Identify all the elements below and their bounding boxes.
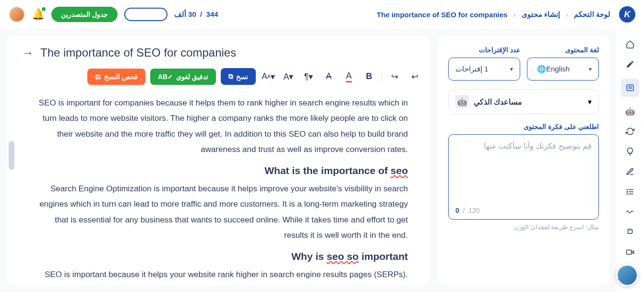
bell-icon[interactable]: 🔔 bbox=[32, 8, 45, 21]
usage-used: 344 bbox=[206, 10, 218, 18]
suggestions-select[interactable]: ▾ 1 إقتراحات bbox=[448, 58, 520, 81]
chevron-left-icon: ‹ bbox=[513, 11, 516, 19]
idea-textarea[interactable] bbox=[455, 141, 592, 199]
clear-format-icon[interactable]: A bbox=[321, 69, 336, 84]
font-family-icon[interactable]: A▾ bbox=[281, 69, 296, 84]
brand-logo[interactable]: K bbox=[619, 6, 635, 23]
newspaper-icon[interactable] bbox=[621, 79, 639, 97]
wave-icon[interactable] bbox=[624, 206, 636, 218]
crumb-dashboard[interactable]: لوحة التحكم bbox=[574, 10, 610, 19]
usage-sep: / bbox=[200, 10, 202, 18]
support-avatar[interactable] bbox=[616, 264, 638, 286]
editor-toolbar: ⚖فحص النسخ AB✓تدقيق لغوي ⧉نسخ AA▾ A▾ ¶▾ … bbox=[22, 68, 422, 85]
copy-button[interactable]: ⧉نسخ bbox=[221, 68, 256, 85]
avatar[interactable] bbox=[9, 6, 25, 23]
check-ab-icon: AB✓ bbox=[158, 73, 173, 81]
language-label: لغة المحتوى bbox=[527, 46, 599, 54]
document-title: The importance of SEO for companies bbox=[40, 46, 236, 59]
idea-label: اطلعني على فكرة المحتوى bbox=[448, 123, 599, 130]
chevron-left-icon: ‹ bbox=[566, 11, 568, 19]
gavel-icon: ⚖ bbox=[95, 73, 101, 81]
settings-panel: لغة المحتوى ▾ English🌐 عدد الإقتراحات ▾ … bbox=[438, 35, 609, 285]
globe-icon: 🌐 bbox=[537, 65, 546, 73]
video-icon[interactable] bbox=[624, 246, 636, 258]
list-icon[interactable] bbox=[624, 186, 636, 198]
svg-rect-9 bbox=[627, 250, 632, 255]
chevron-down-icon: ▾ bbox=[588, 97, 592, 106]
heading: Why is seo so important bbox=[32, 251, 408, 262]
language-value: English bbox=[546, 65, 570, 73]
assistant-select[interactable]: ▾ مساعدك الذكي 🤖 bbox=[448, 89, 599, 114]
bulb-icon[interactable] bbox=[624, 146, 636, 157]
paragraph: Search Engine Optimization is important … bbox=[32, 181, 408, 243]
robot-icon[interactable]: 🤖 bbox=[624, 105, 636, 117]
svg-point-8 bbox=[627, 194, 628, 195]
paragraph: SEO is important because it helps your w… bbox=[32, 267, 408, 282]
header-right: K لوحة التحكم ‹ إنشاء محتوى ‹ The import… bbox=[377, 6, 635, 23]
usage-counter: 344 / 30 ألف bbox=[174, 10, 218, 19]
robot-badge-icon: 🤖 bbox=[455, 95, 469, 108]
home-icon[interactable] bbox=[624, 38, 636, 50]
edit-icon[interactable] bbox=[624, 166, 636, 177]
proofread-button[interactable]: AB✓تدقيق لغوي bbox=[150, 69, 216, 85]
suggestions-label: عدد الإقتراحات bbox=[448, 46, 520, 54]
plagiarism-button[interactable]: ⚖فحص النسخ bbox=[87, 69, 145, 85]
paragraph: SEO is important for companies because i… bbox=[32, 95, 408, 157]
editor-panel: The importance of SEO for companies → ⚖ف… bbox=[7, 35, 430, 285]
assistant-label: مساعدك الذكي bbox=[474, 97, 522, 106]
scrollbar[interactable] bbox=[9, 141, 14, 170]
crumb-current: The importance of SEO for companies bbox=[377, 11, 508, 19]
char-max: 120 bbox=[468, 207, 479, 214]
copy-icon: ⧉ bbox=[228, 72, 233, 81]
arrow-right-icon[interactable]: → bbox=[22, 46, 34, 59]
top-bar: K لوحة التحكم ‹ إنشاء محتوى ‹ The import… bbox=[0, 0, 644, 29]
breadcrumb: لوحة التحكم ‹ إنشاء محتوى ‹ The importan… bbox=[377, 10, 610, 19]
header-left: 344 / 30 ألف جدول المتصدرين 🔔 bbox=[9, 6, 218, 23]
leaderboard-button[interactable]: جدول المتصدرين bbox=[51, 7, 118, 22]
redo-icon[interactable]: ↪ bbox=[387, 69, 402, 84]
font-size-icon[interactable]: AA▾ bbox=[261, 69, 276, 84]
suggestions-value: 1 إقتراحات bbox=[455, 65, 489, 73]
example-hint: مثال: اسرع طريقة لفقدان الوزن bbox=[448, 223, 599, 231]
editor-content[interactable]: SEO is important for companies because i… bbox=[22, 95, 422, 282]
crumb-create[interactable]: إنشاء محتوى bbox=[522, 10, 560, 19]
refresh-icon[interactable] bbox=[624, 126, 636, 137]
char-current: 0 bbox=[455, 207, 459, 214]
pencil-icon[interactable] bbox=[624, 58, 636, 70]
idea-box: 0 / 120 bbox=[448, 134, 599, 220]
char-counter: 0 / 120 bbox=[455, 207, 480, 214]
usage-limit: 30 ألف bbox=[174, 10, 196, 18]
undo-icon[interactable]: ↩ bbox=[407, 69, 422, 84]
search-pill[interactable] bbox=[124, 8, 167, 21]
language-select[interactable]: ▾ English🌐 bbox=[527, 58, 599, 81]
svg-point-6 bbox=[627, 189, 628, 190]
bold-icon[interactable]: B bbox=[361, 69, 377, 84]
svg-point-7 bbox=[627, 191, 628, 192]
text-color-icon[interactable]: A bbox=[341, 69, 357, 84]
heading: What is the importance of seo bbox=[32, 165, 408, 176]
blog-icon[interactable] bbox=[624, 226, 636, 238]
nav-rail: 🤖 bbox=[616, 29, 644, 292]
chevron-down-icon: ▾ bbox=[510, 66, 513, 72]
chevron-down-icon: ▾ bbox=[589, 66, 592, 72]
paragraph-icon[interactable]: ¶▾ bbox=[301, 69, 316, 84]
separator bbox=[382, 71, 382, 82]
